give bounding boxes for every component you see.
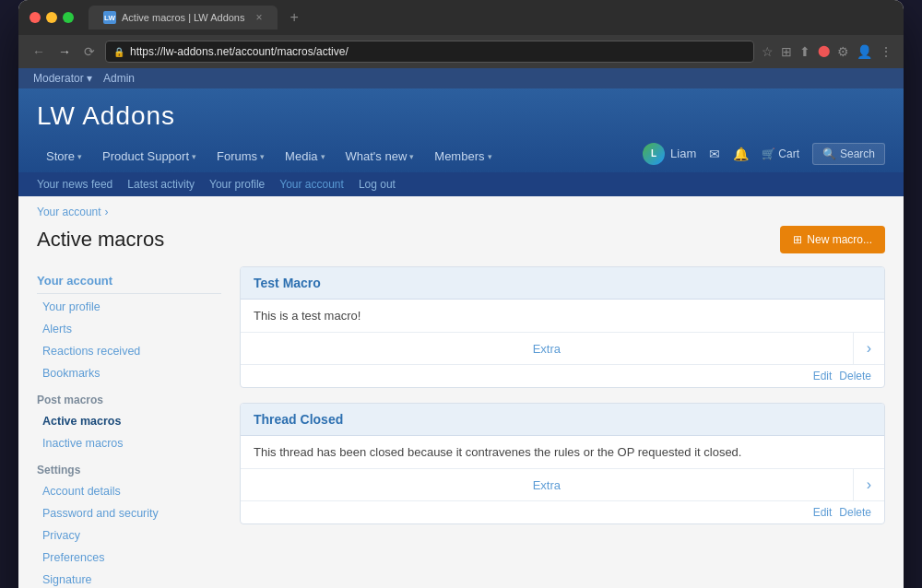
window-controls (30, 12, 74, 23)
breadcrumb-parent[interactable]: Your account (37, 206, 101, 218)
content-layout: Your account Your profile Alerts Reactio… (18, 266, 904, 588)
chevron-down-icon: ▾ (409, 152, 414, 161)
menu-icon[interactable]: ⋮ (880, 44, 892, 59)
maximize-button[interactable] (63, 12, 74, 23)
tab-close-icon[interactable]: × (255, 11, 262, 24)
sidebar-item-your-profile[interactable]: Your profile (37, 296, 221, 318)
site-nav: Store ▾ Product Support ▾ Forums ▾ Media… (37, 142, 885, 172)
page-title: Active macros (37, 228, 164, 252)
sidebar-item-reactions[interactable]: Reactions received (37, 340, 221, 362)
search-button[interactable]: 🔍 Search (812, 143, 885, 165)
nav-product-support[interactable]: Product Support ▾ (93, 142, 206, 172)
sidebar-item-alerts[interactable]: Alerts (37, 318, 221, 340)
browser-titlebar: LW Active macros | LW Addons × + (18, 0, 904, 35)
macro-1-extra-row: Extra › (241, 332, 884, 364)
nav-media[interactable]: Media ▾ (276, 142, 334, 172)
nav-forums[interactable]: Forums ▾ (207, 142, 274, 172)
extensions-icon[interactable]: ⊞ (781, 44, 792, 59)
macro-1-title: Test Macro (254, 276, 321, 290)
your-profile-link[interactable]: Your profile (209, 178, 265, 191)
latest-activity-link[interactable]: Latest activity (127, 178, 195, 191)
sidebar-item-account-details[interactable]: Account details (37, 480, 221, 502)
nav-whats-new[interactable]: What's new ▾ (337, 142, 424, 172)
new-tab-button[interactable]: + (290, 9, 299, 26)
tab-favicon: LW (103, 11, 116, 24)
site-header: LW Addons Store ▾ Product Support ▾ Foru… (18, 88, 904, 172)
nav-members[interactable]: Members ▾ (425, 142, 501, 172)
share-icon[interactable]: ⬆ (799, 44, 810, 59)
sidebar-item-signature[interactable]: Signature (37, 569, 221, 588)
url-bar[interactable]: 🔒 https://lw-addons.net/account/macros/a… (105, 41, 754, 63)
minimize-button[interactable] (46, 12, 57, 23)
macros-area: Test Macro This is a test macro! Extra ›… (240, 266, 885, 588)
macro-2-edit-link[interactable]: Edit (813, 506, 833, 519)
back-button[interactable]: ← (30, 44, 48, 59)
chevron-down-icon: ▾ (192, 152, 196, 161)
sidebar-section-your-account: Your account (37, 266, 221, 294)
settings-icon[interactable]: ⚙ (837, 44, 849, 59)
nav-store[interactable]: Store ▾ (37, 142, 91, 172)
chevron-down-icon: ▾ (77, 152, 82, 161)
sidebar: Your account Your profile Alerts Reactio… (37, 266, 221, 588)
tab-title: Active macros | LW Addons (122, 12, 244, 23)
breadcrumb: Your account › (18, 196, 904, 222)
log-out-link[interactable]: Log out (359, 178, 396, 191)
macro-card-2: Thread Closed This thread has been close… (240, 403, 885, 524)
macro-1-extra-chevron-icon: › (853, 333, 884, 364)
chevron-down-icon: ▾ (488, 152, 492, 161)
nav-left: Store ▾ Product Support ▾ Forums ▾ Media… (37, 142, 502, 172)
user-menu[interactable]: L Liam (643, 143, 696, 165)
browser-tab[interactable]: LW Active macros | LW Addons × (89, 6, 278, 29)
macro-2-extra-row: Extra › (241, 468, 884, 500)
reload-button[interactable]: ⟳ (81, 44, 98, 59)
sidebar-item-password-security[interactable]: Password and security (37, 502, 221, 524)
macro-2-body: This thread has been closed because it c… (241, 436, 884, 468)
user-name: Liam (670, 147, 696, 160)
macro-2-actions-row: Edit Delete (241, 500, 884, 523)
bookmark-icon[interactable]: ☆ (762, 44, 774, 59)
browser-toolbar: ← → ⟳ 🔒 https://lw-addons.net/account/ma… (18, 35, 904, 68)
macro-card-2-header: Thread Closed (241, 404, 884, 436)
macro-1-extra-link[interactable]: Extra (241, 335, 853, 363)
search-icon: 🔍 (822, 147, 836, 160)
url-text: https://lw-addons.net/account/macros/act… (130, 45, 349, 58)
sidebar-item-inactive-macros[interactable]: Inactive macros (37, 432, 221, 454)
admin-link[interactable]: Admin (103, 72, 135, 85)
chevron-down-icon: ▾ (321, 152, 325, 161)
macro-1-edit-link[interactable]: Edit (813, 370, 833, 382)
secondary-nav: Your news feed Latest activity Your prof… (18, 172, 904, 196)
plus-icon: ⊞ (793, 233, 802, 246)
cart-button[interactable]: 🛒 Cart (762, 147, 799, 160)
site-logo: LW Addons (37, 101, 885, 131)
macro-2-extra-link[interactable]: Extra (241, 471, 853, 500)
site-content: Moderator ▾ Admin LW Addons Store ▾ Prod… (18, 68, 904, 588)
page-header: Active macros ⊞ New macro... (18, 222, 904, 266)
macro-2-delete-link[interactable]: Delete (839, 506, 871, 519)
macro-card-1: Test Macro This is a test macro! Extra ›… (240, 266, 885, 388)
macro-card-1-header: Test Macro (241, 267, 884, 300)
more-icon[interactable]: ⬤ (818, 44, 830, 59)
macro-2-extra-chevron-icon: › (853, 469, 884, 500)
chevron-down-icon: ▾ (260, 152, 265, 161)
alerts-icon[interactable]: 🔔 (733, 147, 749, 161)
cart-icon: 🛒 (762, 147, 775, 160)
browser-toolbar-icons: ☆ ⊞ ⬆ ⬤ ⚙ 👤 ⋮ (762, 44, 892, 59)
close-button[interactable] (30, 12, 41, 23)
moderator-link[interactable]: Moderator ▾ (33, 72, 92, 85)
sidebar-item-active-macros[interactable]: Active macros (37, 410, 221, 432)
your-account-link[interactable]: Your account (279, 178, 344, 191)
lock-icon: 🔒 (113, 47, 124, 57)
user-avatar: L (643, 143, 665, 165)
sidebar-section-settings: Settings (37, 454, 221, 480)
sidebar-item-privacy[interactable]: Privacy (37, 524, 221, 547)
news-feed-link[interactable]: Your news feed (37, 178, 112, 191)
macro-1-delete-link[interactable]: Delete (839, 370, 871, 382)
user-icon[interactable]: 👤 (857, 44, 872, 59)
sidebar-item-bookmarks[interactable]: Bookmarks (37, 362, 221, 384)
new-macro-button[interactable]: ⊞ New macro... (780, 226, 885, 253)
sidebar-item-preferences[interactable]: Preferences (37, 547, 221, 569)
macro-1-actions-row: Edit Delete (241, 364, 884, 387)
forward-button[interactable]: → (55, 44, 74, 59)
messages-icon[interactable]: ✉ (709, 147, 720, 161)
macro-2-title: Thread Closed (254, 412, 343, 427)
